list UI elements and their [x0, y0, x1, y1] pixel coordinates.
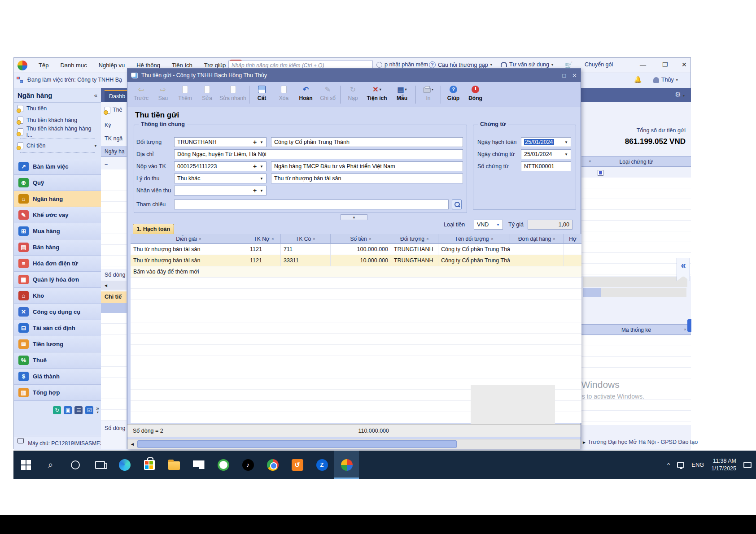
- menu-nghiep-vu[interactable]: Nghiệp vụ: [93, 62, 131, 69]
- staff-combo[interactable]: +▼: [174, 186, 267, 195]
- tab-chi-tiet[interactable]: Chi tiế: [101, 291, 127, 303]
- menu-danh-muc[interactable]: Danh mục: [54, 62, 92, 69]
- module-khe-uoc-vay[interactable]: ✎Khế ước vay: [14, 207, 101, 223]
- mail-button[interactable]: [186, 451, 211, 479]
- sidebar-collapse-button[interactable]: «: [94, 92, 97, 99]
- app-close-button[interactable]: ✕: [682, 61, 687, 68]
- add-button[interactable]: Thêm: [174, 85, 196, 101]
- task-view-button[interactable]: [87, 451, 112, 479]
- col-tk-co[interactable]: TK Có+: [281, 234, 331, 244]
- bank-name-field[interactable]: Ngân hàng TMCP Đầu tư và Phát triển Việt…: [271, 161, 463, 171]
- module-tai-san-co-dinh[interactable]: ⊟Tài sản cố định: [14, 320, 101, 336]
- save-button[interactable]: Cất: [251, 85, 273, 101]
- table-row-selected[interactable]: Thu từ nhượng bán tài sản 1121 33311 10.…: [131, 255, 581, 266]
- exchange-rate-field[interactable]: 1,00: [528, 220, 572, 230]
- help-button[interactable]: ?Giúp: [442, 85, 464, 101]
- deposit-account-combo[interactable]: 0001254111223+▼: [174, 161, 267, 171]
- pin-icon[interactable]: +: [489, 236, 495, 242]
- post-button[interactable]: ✎Ghi sổ: [317, 85, 339, 101]
- sync-icon[interactable]: ↻: [53, 406, 61, 414]
- object-name-field[interactable]: Công ty Cổ phần Trung Thành: [271, 137, 463, 147]
- chevron-down-icon[interactable]: ▼: [260, 189, 263, 193]
- sidebar-item-chi-tien[interactable]: Chi tiền ▼: [14, 140, 101, 152]
- module-tien-luong[interactable]: ✉Tiền lương: [14, 336, 101, 352]
- sidebar-item-thu-tien-khach-hang[interactable]: Thu tiền khách hàng: [14, 114, 101, 126]
- foxit-button[interactable]: ↺: [285, 451, 310, 479]
- currency-select[interactable]: VND▼: [474, 220, 503, 230]
- chevron-down-icon[interactable]: ▼: [260, 177, 263, 181]
- chrome-button[interactable]: [260, 451, 285, 479]
- module-mua-hang[interactable]: ⊞Mua hàng: [14, 223, 101, 239]
- col-ten-doi-tuong[interactable]: Tên đối tượng+: [438, 234, 510, 244]
- tab-hach-toan[interactable]: 1. Hạch toán: [133, 224, 174, 234]
- quick-edit-button[interactable]: Sửa nhanh: [218, 85, 248, 101]
- user-menu[interactable]: Thủy▾: [653, 77, 678, 83]
- doc-number-field[interactable]: NTTK00001: [521, 161, 571, 171]
- stat-code-column-header[interactable]: Mã thống kê+: [581, 324, 691, 335]
- dialog-minimize-button[interactable]: —: [550, 72, 556, 79]
- misa-button[interactable]: [334, 451, 359, 479]
- add-new-icon[interactable]: +: [253, 139, 257, 146]
- chevron-down-icon[interactable]: ▼: [94, 144, 97, 148]
- module-hoa-don-dien-tu[interactable]: ≡Hóa đơn điện tử: [14, 256, 101, 272]
- module-thue[interactable]: %Thuế: [14, 352, 101, 369]
- print-button[interactable]: ▾In: [417, 85, 439, 101]
- module-kho[interactable]: ⌂Kho: [14, 288, 101, 304]
- col-tk-no[interactable]: TK Nợ+: [247, 234, 281, 244]
- chevron-down-icon[interactable]: ▼: [496, 223, 500, 227]
- faq-link[interactable]: ?Câu hỏi thường gặp▾: [429, 61, 492, 68]
- date-column-header[interactable]: Ngày hạ: [101, 146, 127, 157]
- col-hop-dong[interactable]: Hợ: [564, 234, 581, 244]
- object-code-combo[interactable]: TRUNGTHANH+▼: [174, 137, 267, 147]
- package-link[interactable]: Chuyển gói: [585, 61, 613, 68]
- chevron-down-icon[interactable]: ▼: [564, 140, 568, 144]
- app-restore-button[interactable]: ❐: [662, 61, 668, 68]
- add-row-button[interactable]: Thê: [105, 107, 122, 114]
- add-new-icon[interactable]: +: [253, 187, 257, 194]
- scroll-left-icon[interactable]: ◄: [130, 442, 135, 447]
- close-dialog-button[interactable]: Đóng: [464, 85, 486, 101]
- chevron-down-icon[interactable]: ▼: [260, 140, 263, 144]
- col-so-tien[interactable]: Số tiền+: [331, 234, 391, 244]
- side-panel-tab[interactable]: [687, 319, 691, 332]
- tray-expand-icon[interactable]: ^: [667, 461, 670, 468]
- store-button[interactable]: [137, 451, 162, 479]
- cortana-button[interactable]: [63, 451, 87, 479]
- update-software-link[interactable]: p nhật phần mềm: [376, 61, 428, 68]
- menu-tien-ich[interactable]: Tiện ích: [166, 62, 198, 69]
- module-gia-thanh[interactable]: $Giá thành: [14, 369, 101, 385]
- pin-icon[interactable]: +: [367, 236, 373, 242]
- module-ngan-hang[interactable]: ⌂Ngân hàng: [14, 191, 101, 207]
- utilities-button[interactable]: ✕▾Tiện ích: [364, 85, 390, 101]
- template-button[interactable]: ▤▾Mẫu: [390, 85, 414, 101]
- menu-he-thong[interactable]: Hệ thống: [131, 62, 166, 69]
- app-minimize-button[interactable]: —: [640, 61, 646, 68]
- cart-icon[interactable]: 🛒: [565, 61, 572, 69]
- reload-button[interactable]: ↻Nạp: [342, 85, 364, 101]
- search-button[interactable]: ⌕: [38, 451, 63, 479]
- doc-date-picker[interactable]: 25/01/2024▼: [521, 149, 571, 159]
- notification-bell-icon[interactable]: 🔔: [634, 76, 642, 83]
- table-row[interactable]: Thu từ nhượng bán tài sản 1121 711 100.0…: [131, 244, 581, 255]
- sidebar-item-thu-tien[interactable]: Thu tiền: [14, 103, 101, 114]
- posting-date-picker[interactable]: 25/01/2024▼: [521, 137, 571, 147]
- sidebar-item-thu-tien-khach-hang-hang-loat[interactable]: Thu tiền khách hàng hàng l...: [14, 126, 101, 138]
- tiktok-button[interactable]: ♪: [236, 451, 260, 479]
- clock[interactable]: 11:38 AM1/17/2025: [711, 457, 736, 473]
- col-dien-giai[interactable]: Diễn giải+: [131, 234, 247, 244]
- pin-icon[interactable]: +: [311, 236, 317, 242]
- users-icon[interactable]: ☰: [74, 406, 83, 414]
- col-don-dat-hang[interactable]: Đơn đặt hàng+: [510, 234, 564, 244]
- pin-icon[interactable]: +: [551, 236, 557, 242]
- chevron-down-icon[interactable]: ▼: [564, 152, 568, 156]
- chevron-down-icon[interactable]: ▼: [260, 165, 263, 169]
- language-indicator[interactable]: ENG: [691, 461, 704, 468]
- module-ban-lam-viec[interactable]: ↗Bàn làm việc: [14, 159, 101, 175]
- tasks-icon[interactable]: ☑: [85, 406, 93, 414]
- back-button[interactable]: ⇦Trước: [130, 85, 152, 101]
- address-field[interactable]: Đông Ngạc, huyện Từ Liêm, Hà Nội: [174, 149, 463, 159]
- module-quan-ly-hoa-don[interactable]: ▦Quản lý hóa đơn: [14, 272, 101, 288]
- pin-icon[interactable]: +: [425, 236, 430, 242]
- tab-dashboard[interactable]: Dashb: [105, 90, 130, 102]
- edge-button[interactable]: [112, 451, 137, 479]
